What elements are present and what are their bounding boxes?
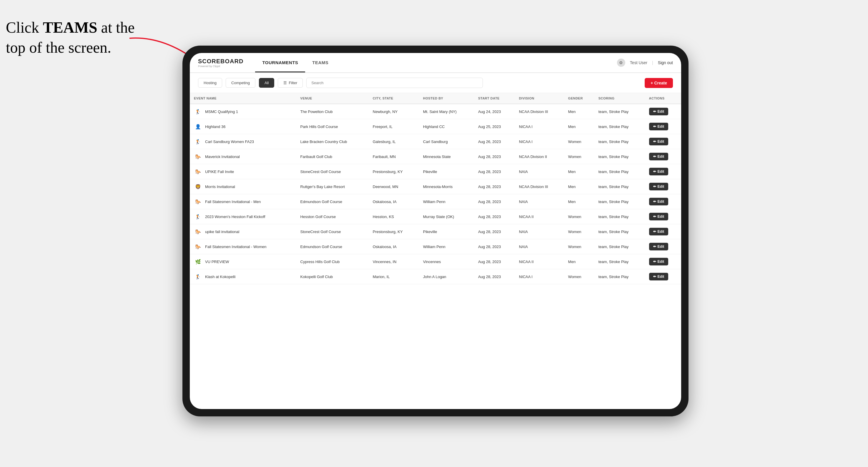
city-cell: Hesston, KS (369, 209, 419, 224)
event-name: upike fall invitational (205, 229, 239, 234)
event-name-cell: 🏌 Carl Sandburg Women FA23 (190, 134, 296, 149)
event-name-cell: 🐎 Fall Statesmen Invitational - Women (190, 239, 296, 254)
venue-cell: StoneCrest Golf Course (296, 224, 369, 239)
edit-button[interactable]: ✏ Edit (649, 228, 669, 236)
filter-button[interactable]: ☰ Filter (278, 78, 303, 88)
col-venue: VENUE (296, 93, 369, 104)
hosted-by-cell: Mt. Saint Mary (NY) (419, 104, 474, 119)
table-row: 🦁 Morris Invitational Ruttger's Bay Lake… (190, 179, 681, 194)
event-icon: 🐎 (194, 197, 202, 206)
event-name-cell: 🐎 Fall Statesmen Invitational - Men (190, 194, 296, 209)
edit-icon: ✏ (653, 155, 656, 159)
event-name: 2023 Women's Hesston Fall Kickoff (205, 215, 265, 219)
hosted-by-cell: John A Logan (419, 269, 474, 284)
division-cell: NAIA (515, 164, 564, 179)
actions-cell: ✏ Edit (645, 239, 681, 254)
logo-title: SCOREBOARD (198, 58, 243, 65)
venue-cell: Edmundson Golf Course (296, 239, 369, 254)
nav-teams[interactable]: TEAMS (305, 54, 335, 72)
venue-cell: Hesston Golf Course (296, 209, 369, 224)
actions-cell: ✏ Edit (645, 224, 681, 239)
event-icon: 🏌 (194, 107, 202, 116)
edit-button[interactable]: ✏ Edit (649, 243, 669, 250)
start-date-cell: Aug 25, 2023 (474, 119, 515, 134)
tournaments-table: EVENT NAME VENUE CITY, STATE HOSTED BY S… (190, 93, 681, 284)
edit-icon: ✏ (653, 110, 656, 114)
gender-cell: Men (564, 254, 594, 269)
division-cell: NICAA I (515, 134, 564, 149)
hosted-by-cell: Vincennes (419, 254, 474, 269)
sign-out-link[interactable]: Sign out (658, 60, 673, 65)
edit-button[interactable]: ✏ Edit (649, 153, 669, 160)
venue-cell: Ruttger's Bay Lake Resort (296, 179, 369, 194)
table-row: 🏌 Klash at Kokopelli Kokopelli Golf Club… (190, 269, 681, 284)
start-date-cell: Aug 24, 2023 (474, 104, 515, 119)
venue-cell: Kokopelli Golf Club (296, 269, 369, 284)
scoring-cell: team, Stroke Play (594, 104, 645, 119)
tablet-screen: SCOREBOARD Powered by Clippit TOURNAMENT… (190, 53, 681, 409)
col-start-date: START DATE (474, 93, 515, 104)
edit-button[interactable]: ✏ Edit (649, 168, 669, 176)
event-icon: 👤 (194, 122, 202, 131)
event-name: Morris Invitational (205, 185, 235, 189)
city-cell: Faribault, MN (369, 149, 419, 164)
edit-button[interactable]: ✏ Edit (649, 183, 669, 190)
city-cell: Freeport, IL (369, 119, 419, 134)
start-date-cell: Aug 28, 2023 (474, 164, 515, 179)
nav-tournaments[interactable]: TOURNAMENTS (255, 54, 305, 72)
start-date-cell: Aug 28, 2023 (474, 269, 515, 284)
division-cell: NICAA I (515, 119, 564, 134)
start-date-cell: Aug 28, 2023 (474, 179, 515, 194)
gender-cell: Men (564, 179, 594, 194)
venue-cell: StoneCrest Golf Course (296, 164, 369, 179)
all-tab[interactable]: All (259, 78, 274, 88)
city-cell: Deerwood, MN (369, 179, 419, 194)
edit-button[interactable]: ✏ Edit (649, 123, 669, 130)
settings-icon[interactable]: ⚙ (617, 59, 625, 67)
edit-button[interactable]: ✏ Edit (649, 198, 669, 206)
col-hosted-by: HOSTED BY (419, 93, 474, 104)
city-cell: Oskaloosa, IA (369, 194, 419, 209)
division-cell: NCAA Division III (515, 104, 564, 119)
gender-cell: Men (564, 119, 594, 134)
competing-tab[interactable]: Competing (226, 78, 255, 88)
scoring-cell: team, Stroke Play (594, 254, 645, 269)
edit-button[interactable]: ✏ Edit (649, 108, 669, 115)
hosted-by-cell: Highland CC (419, 119, 474, 134)
gender-cell: Women (564, 224, 594, 239)
hosted-by-cell: William Penn (419, 194, 474, 209)
city-cell: Marion, IL (369, 269, 419, 284)
event-name: Carl Sandburg Women FA23 (205, 139, 254, 144)
col-scoring: SCORING (594, 93, 645, 104)
table-row: 🐎 UPIKE Fall Invite StoneCrest Golf Cour… (190, 164, 681, 179)
edit-button[interactable]: ✏ Edit (649, 213, 669, 220)
start-date-cell: Aug 28, 2023 (474, 224, 515, 239)
gender-cell: Women (564, 134, 594, 149)
gender-cell: Men (564, 104, 594, 119)
hosting-tab[interactable]: Hosting (198, 78, 222, 88)
hosted-by-cell: Minnesota State (419, 149, 474, 164)
create-button[interactable]: + Create (645, 78, 673, 88)
event-icon: 🐎 (194, 167, 202, 176)
division-cell: NAIA (515, 224, 564, 239)
event-icon: 🏌 (194, 137, 202, 146)
event-name-cell: 🌿 VU PREVIEW (190, 254, 296, 269)
actions-cell: ✏ Edit (645, 104, 681, 119)
table-row: 👤 Highland 36 Park Hills Golf Course Fre… (190, 119, 681, 134)
division-cell: NAIA (515, 239, 564, 254)
division-cell: NCAA Division III (515, 179, 564, 194)
edit-button[interactable]: ✏ Edit (649, 258, 669, 266)
edit-button[interactable]: ✏ Edit (649, 138, 669, 145)
event-name: VU PREVIEW (205, 259, 229, 264)
tablet-frame: SCOREBOARD Powered by Clippit TOURNAMENT… (182, 45, 688, 416)
event-name: Fall Statesmen Invitational - Women (205, 245, 267, 249)
division-cell: NICAA II (515, 209, 564, 224)
hosted-by-cell: Carl Sandburg (419, 134, 474, 149)
event-name-cell: 🐎 UPIKE Fall Invite (190, 164, 296, 179)
edit-icon: ✏ (653, 245, 656, 249)
actions-cell: ✏ Edit (645, 164, 681, 179)
search-input[interactable] (306, 78, 483, 88)
edit-icon: ✏ (653, 215, 656, 219)
edit-button[interactable]: ✏ Edit (649, 273, 669, 280)
gender-cell: Women (564, 269, 594, 284)
